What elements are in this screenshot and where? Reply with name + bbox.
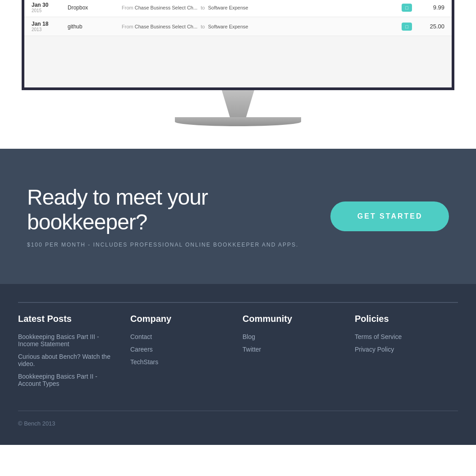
footer-col-community: Community Blog Twitter bbox=[233, 302, 346, 393]
footer-divider bbox=[18, 411, 458, 411]
footer-link-post-1[interactable]: Bookkeeping Basics Part III - Income Sta… bbox=[18, 333, 112, 348]
footer-link-careers[interactable]: Careers bbox=[130, 346, 224, 353]
cta-section: Ready to meet your bookkeeper? $100 PER … bbox=[0, 149, 476, 284]
cta-text: Ready to meet your bookkeeper? $100 PER … bbox=[27, 185, 330, 248]
category: Software Expense bbox=[208, 5, 248, 10]
footer-link-techstars[interactable]: TechStars bbox=[130, 358, 224, 366]
arrow-icon: to bbox=[201, 5, 206, 10]
footer-policies-title: Policies bbox=[355, 314, 449, 324]
from-label: From bbox=[122, 5, 133, 10]
trans-badge: □ bbox=[402, 4, 412, 12]
trans-date: Jan 30 2015 bbox=[32, 2, 68, 13]
category: Software Expense bbox=[208, 24, 248, 29]
footer-link-post-3[interactable]: Bookkeeping Basics Part II - Account Typ… bbox=[18, 373, 112, 387]
trans-amount: 25.00 bbox=[417, 23, 444, 30]
trans-name: github bbox=[68, 23, 122, 30]
trans-from: From Chase Business Select Ch... to Soft… bbox=[122, 5, 402, 10]
footer-link-contact[interactable]: Contact bbox=[130, 333, 224, 340]
footer-latest-posts-title: Latest Posts bbox=[18, 314, 112, 324]
cta-subtext: $100 PER MONTH - INCLUDES PROFESSIONAL O… bbox=[27, 242, 330, 248]
transaction-row: Jan 18 2013 github From Chase Business S… bbox=[24, 17, 452, 36]
footer-link-post-2[interactable]: Curious about Bench? Watch the video. bbox=[18, 353, 112, 367]
account: Chase Business Select Ch... bbox=[135, 24, 197, 29]
footer-copyright: © Bench 2013 bbox=[18, 420, 458, 427]
footer-link-terms[interactable]: Terms of Service bbox=[355, 333, 449, 340]
footer-col-company: Company Contact Careers TechStars bbox=[121, 302, 233, 393]
monitor-stand-neck bbox=[211, 90, 265, 117]
footer-col-policies: Policies Terms of Service Privacy Policy bbox=[346, 302, 458, 393]
footer-company-title: Company bbox=[130, 314, 224, 324]
trans-from: From Chase Business Select Ch... to Soft… bbox=[122, 24, 402, 29]
get-started-button[interactable]: GET STARTED bbox=[330, 201, 449, 231]
screen-content: Jan 30 2015 Dropbox From Chase Business … bbox=[24, 0, 452, 87]
trans-date: Jan 18 2013 bbox=[32, 21, 68, 32]
account: Chase Business Select Ch... bbox=[135, 5, 197, 10]
monitor-section: Jan 30 2015 Dropbox From Chase Business … bbox=[0, 0, 476, 149]
trans-amount: 9.99 bbox=[417, 4, 444, 11]
footer: Latest Posts Bookkeeping Basics Part III… bbox=[0, 284, 476, 445]
monitor-stand-base bbox=[175, 117, 301, 126]
monitor-screen: Jan 30 2015 Dropbox From Chase Business … bbox=[22, 0, 454, 90]
footer-col-latest-posts: Latest Posts Bookkeeping Basics Part III… bbox=[18, 302, 121, 393]
footer-link-privacy[interactable]: Privacy Policy bbox=[355, 346, 449, 353]
footer-community-title: Community bbox=[243, 314, 337, 324]
footer-link-twitter[interactable]: Twitter bbox=[243, 346, 337, 353]
footer-link-blog[interactable]: Blog bbox=[243, 333, 337, 340]
footer-columns: Latest Posts Bookkeeping Basics Part III… bbox=[18, 284, 458, 393]
transaction-row: Jan 30 2015 Dropbox From Chase Business … bbox=[24, 0, 452, 17]
trans-name: Dropbox bbox=[68, 5, 122, 11]
trans-badge: □ bbox=[402, 23, 412, 31]
from-label: From bbox=[122, 24, 133, 29]
arrow-icon: to bbox=[201, 24, 206, 29]
cta-heading: Ready to meet your bookkeeper? bbox=[27, 185, 330, 234]
monitor-wrapper: Jan 30 2015 Dropbox From Chase Business … bbox=[22, 0, 454, 126]
